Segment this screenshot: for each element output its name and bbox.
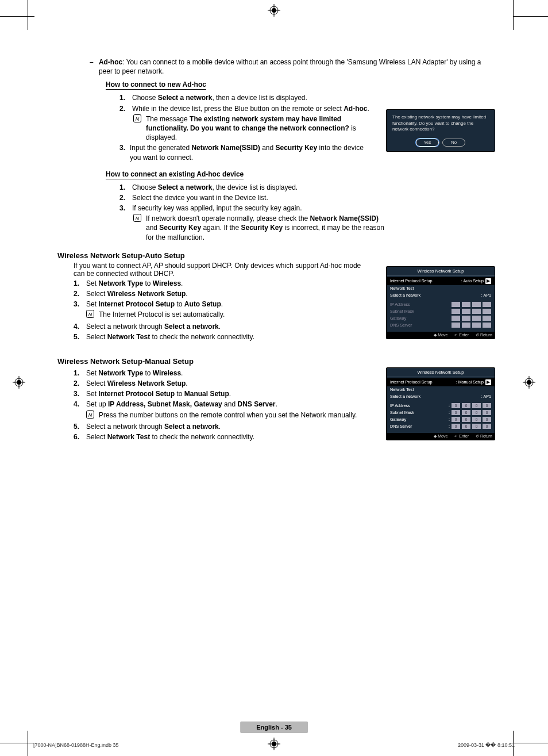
print-footer: [7000-NA]BN68-01988H-Eng.indb 35 2009-03… (33, 742, 515, 748)
registration-mark-icon (523, 376, 535, 389)
enter-icon: ↵ (454, 333, 458, 337)
howto-new-title: How to connect to new Ad-hoc (106, 80, 206, 90)
confirm-dialog: The existing network system may have lim… (386, 109, 495, 152)
crop-mark (0, 16, 34, 17)
auto-step3-note: N The Internet Protocol is set automatic… (57, 310, 375, 320)
arrow-right-icon: ▶ (485, 379, 491, 385)
note-icon: N (86, 310, 95, 320)
manual-step6: 6. Select Network Test to check the netw… (57, 432, 375, 442)
panel-san-row[interactable]: Select a network: AP1 (390, 292, 491, 299)
panel-san-row[interactable]: Select a network: AP1 (390, 393, 491, 400)
panel-dns-row: DNS Server (390, 322, 491, 329)
svg-text:N: N (136, 216, 140, 221)
step-num: 1. (119, 93, 132, 102)
howto-existing-step2: 2. Select the device you want in the Dev… (57, 193, 495, 202)
panel-subnet-row: Subnet Mask (390, 308, 491, 315)
panel-ntest-row[interactable]: Network Test (390, 386, 491, 393)
page-number: English - 35 (240, 722, 308, 733)
step-num: 3. (119, 204, 132, 213)
registration-mark-icon (13, 376, 25, 389)
registration-mark-icon (268, 4, 280, 17)
step-num: 2. (119, 104, 132, 113)
panel-gateway-row: Gateway (390, 315, 491, 322)
svg-text:N: N (136, 116, 140, 121)
panel-ntest-row[interactable]: Network Test (390, 285, 491, 292)
footer-left: [7000-NA]BN68-01988H-Eng.indb 35 (33, 742, 119, 748)
panel-ip-row[interactable]: IP Address:0000 (390, 402, 491, 409)
manual-step1: 1. Set Network Type to Wireless. (57, 369, 375, 378)
manual-step3: 3. Set Internet Protocol Setup to Manual… (57, 389, 375, 398)
manual-step4-note: N Press the number buttons on the remote… (57, 410, 375, 421)
step-num: 1. (119, 183, 132, 192)
crop-mark (28, 731, 28, 756)
adhoc-bullet: – Ad-hoc: You can connect to a mobile de… (57, 57, 495, 76)
no-button[interactable]: No (442, 139, 465, 147)
move-icon: ◆ (434, 434, 437, 438)
manual-setup-panel: Wireless Network Setup Internet Protocol… (386, 367, 495, 440)
auto-setup-title: Wireless Network Setup-Auto Setup (57, 251, 495, 260)
adhoc-desc: : You can connect to a mobile device wit… (99, 58, 481, 75)
panel-ip-row: IP Address (390, 301, 491, 308)
manual-step2: 2. Select Wireless Network Setup. (57, 379, 375, 388)
howto-new-note: N The message The existing network syste… (57, 114, 375, 143)
step-num: 3. (119, 143, 130, 152)
crop-mark (514, 743, 548, 743)
manual-step4: 4. Set up IP Address, Subnet Mask, Gatew… (57, 400, 375, 409)
panel-title: Wireless Network Setup (387, 267, 495, 276)
panel-footer: ◆ Move ↵ Enter ↺ Return (387, 332, 495, 339)
auto-step5: 5. Select Network Test to check the netw… (57, 332, 375, 341)
howto-existing-title: How to connect an existing Ad-hoc device (106, 170, 244, 179)
howto-existing-step3: 3. If security key was applied, input th… (57, 204, 495, 213)
yes-button[interactable]: Yes (416, 139, 439, 147)
note-icon: N (86, 410, 95, 421)
panel-ips-row[interactable]: Internet Protocol Setup : Manual Setup▶ (387, 378, 495, 386)
manual-setup-title: Wireless Network Setup-Manual Setup (57, 357, 495, 366)
footer-right: 2009-03-31 �� 8:10:51 (458, 742, 515, 748)
arrow-right-icon: ▶ (485, 278, 491, 284)
auto-setup-panel: Wireless Network Setup Internet Protocol… (386, 266, 495, 339)
panel-footer: ◆ Move ↵ Enter ↺ Return (387, 433, 495, 440)
auto-step2: 2. Select Wireless Network Setup. (57, 289, 375, 298)
adhoc-label: Ad-hoc (99, 58, 122, 66)
panel-ips-row[interactable]: Internet Protocol Setup : Auto Setup▶ (387, 277, 495, 285)
howto-existing-step1: 1. Choose Select a network, the device l… (57, 183, 495, 192)
crop-mark (514, 16, 548, 17)
crop-mark (0, 743, 34, 743)
dialog-message: The existing network system may have lim… (392, 114, 489, 132)
auto-setup-intro: If you want to connect AP, AP should sup… (57, 262, 362, 278)
dash-icon: – (90, 57, 99, 67)
step-num: 2. (119, 193, 132, 202)
svg-text:N: N (88, 312, 92, 317)
panel-dns-row[interactable]: DNS Server:0000 (390, 423, 491, 430)
return-icon: ↺ (476, 434, 479, 438)
manual-step5: 5. Select a network through Select a net… (57, 422, 375, 431)
auto-step3: 3. Set Internet Protocol Setup to Auto S… (57, 300, 375, 309)
howto-new-step3: 3. Input the generated Network Name(SSID… (57, 143, 375, 162)
panel-title: Wireless Network Setup (387, 368, 495, 377)
note-icon: N (133, 214, 142, 224)
panel-subnet-row[interactable]: Subnet Mask:0000 (390, 409, 491, 416)
howto-existing-note: N If network doesn't operate normally, p… (57, 214, 495, 242)
svg-text:N: N (88, 412, 92, 417)
howto-new-step2: 2. While in the device list, press the B… (57, 104, 375, 113)
howto-new-step1: 1. Choose Select a network, then a devic… (57, 93, 375, 102)
crop-mark (28, 0, 28, 30)
enter-icon: ↵ (454, 434, 458, 438)
auto-step4: 4. Select a network through Select a net… (57, 322, 375, 331)
return-icon: ↺ (476, 333, 479, 337)
note-icon: N (133, 114, 142, 125)
move-icon: ◆ (434, 333, 437, 337)
panel-gateway-row[interactable]: Gateway:0000 (390, 416, 491, 423)
crop-mark (513, 0, 514, 30)
auto-step1: 1. Set Network Type to Wireless. (57, 279, 375, 288)
page-content: – Ad-hoc: You can connect to a mobile de… (57, 56, 495, 454)
